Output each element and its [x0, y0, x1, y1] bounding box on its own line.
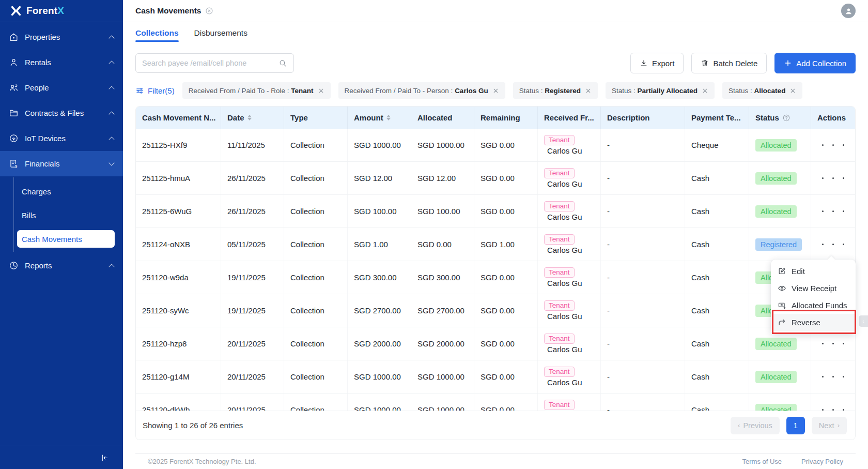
sort-icon[interactable]: [247, 115, 252, 120]
tab-close-icon[interactable]: [205, 7, 213, 15]
chip-close-icon[interactable]: [318, 87, 324, 94]
search-input[interactable]: [142, 59, 274, 67]
menu-item-reverse[interactable]: Reverse: [771, 314, 856, 331]
chip-close-icon[interactable]: [789, 87, 796, 94]
status-badge: Allocated: [755, 139, 797, 152]
cell-number: 251120-syWc: [136, 294, 221, 327]
role-tag: Tenant: [544, 400, 575, 410]
cell-allocated: SGD 100.00: [411, 195, 474, 228]
status-badge: Allocated: [755, 338, 797, 350]
export-button[interactable]: Export: [630, 53, 684, 73]
sidebar-collapse-icon[interactable]: [98, 451, 111, 464]
column-header-allocated: Allocated: [411, 107, 474, 129]
chip-close-icon[interactable]: [702, 87, 708, 94]
cell-remaining: SGD 0.00: [474, 327, 538, 360]
cell-amount: SGD 1000.00: [348, 394, 411, 411]
cell-actions: [811, 228, 855, 261]
filter-chip: Status : Partially Allocated: [606, 82, 715, 99]
sidebar-subitem-charges[interactable]: Charges: [0, 179, 123, 203]
sidebar-subitem-cash-movements[interactable]: Cash Movements: [17, 230, 115, 248]
next-page-button[interactable]: Next›: [812, 417, 847, 434]
sidebar-item-properties[interactable]: Properties: [0, 24, 123, 50]
sidebar-item-rentals[interactable]: Rentals: [0, 50, 123, 75]
row-actions-kebab-icon[interactable]: [817, 375, 849, 379]
column-header-date[interactable]: Date: [221, 107, 284, 129]
sidebar-item-financials[interactable]: $ Financials: [0, 151, 123, 176]
footer-link-terms-of-use[interactable]: Terms of Use: [742, 458, 782, 465]
search-icon[interactable]: [278, 59, 287, 68]
brand-logo[interactable]: ForentX: [0, 0, 123, 22]
menu-item-allocated-funds[interactable]: Allocated Funds: [771, 297, 856, 314]
cell-type: Collection: [284, 228, 348, 261]
user-avatar[interactable]: [841, 4, 856, 18]
cell-date: 26/11/2025: [221, 162, 284, 194]
sidebar-item-reports[interactable]: Reports: [0, 253, 123, 278]
row-actions-kebab-icon[interactable]: [817, 209, 849, 213]
cell-description: -: [601, 394, 685, 411]
financials-icon: $: [9, 159, 19, 169]
cell-type: Collection: [284, 327, 348, 360]
cell-amount: SGD 1000.00: [348, 129, 411, 161]
cell-payment-term: Cash: [685, 327, 749, 360]
cash-movements-table: Cash Movement N...DateTypeAmountAllocate…: [135, 106, 856, 440]
table-body: 251125-HXf911/11/2025CollectionSGD 1000.…: [136, 129, 855, 411]
row-actions-kebab-icon[interactable]: [817, 243, 849, 246]
menu-item-edit[interactable]: Edit: [771, 263, 856, 280]
cell-date: 26/11/2025: [221, 195, 284, 228]
cell-remaining: SGD 0.00: [474, 261, 538, 294]
role-tag: Tenant: [544, 234, 575, 245]
reports-icon: [9, 261, 19, 270]
menu-item-view-receipt[interactable]: View Receipt: [771, 280, 856, 297]
edge-handle[interactable]: ‹: [859, 315, 868, 327]
cell-number: 251125-hmuA: [136, 162, 221, 194]
filter-link[interactable]: Filter(5): [135, 86, 175, 95]
cell-payment-term: Cash: [685, 360, 749, 393]
chip-close-icon[interactable]: [585, 87, 592, 94]
eye-icon: [778, 284, 786, 293]
person-icon: [9, 57, 19, 67]
cell-date: 19/11/2025: [221, 294, 284, 327]
column-header-type: Type: [284, 107, 348, 129]
sort-icon[interactable]: [386, 115, 391, 120]
home-icon: [9, 32, 19, 42]
sidebar-item-iot-devices[interactable]: IoT Devices: [0, 126, 123, 151]
cell-received-from: TenantCarlos Gu: [538, 294, 601, 327]
cell-allocated: SGD 1000.00: [411, 360, 474, 393]
column-header-amount[interactable]: Amount: [348, 107, 411, 129]
role-tag: Tenant: [544, 367, 575, 377]
batch-delete-button[interactable]: Batch Delete: [691, 53, 767, 73]
cell-number: 251125-6WuG: [136, 195, 221, 228]
sidebar-item-people[interactable]: People: [0, 75, 123, 100]
row-actions-kebab-icon[interactable]: [817, 143, 849, 147]
help-icon[interactable]: [782, 114, 791, 122]
chip-close-icon[interactable]: [492, 87, 499, 94]
filter-chip: Received From / Paid To - Role : Tenant: [182, 82, 331, 99]
cell-received-from: TenantCarlos Gu: [538, 360, 601, 393]
page-tab-cash-movements[interactable]: Cash Movements: [135, 6, 213, 16]
person-name: Carlos Gu: [547, 378, 594, 387]
person-name: Carlos Gu: [547, 345, 594, 354]
row-actions-kebab-icon[interactable]: [817, 176, 849, 180]
footer-link-privacy-policy[interactable]: Privacy Policy: [801, 458, 843, 465]
page-1-button[interactable]: 1: [786, 417, 805, 434]
cell-remaining: SGD 0.00: [474, 195, 538, 228]
cell-status: Allocated: [749, 195, 811, 228]
table-row: 251120-g14M20/11/2025CollectionSGD 1000.…: [136, 360, 855, 394]
previous-page-button[interactable]: ‹Previous: [731, 417, 780, 434]
row-actions-kebab-icon[interactable]: [817, 408, 849, 411]
tab-collections[interactable]: Collections: [135, 28, 179, 42]
sidebar-subitem-bills[interactable]: Bills: [0, 203, 123, 227]
cell-type: Collection: [284, 294, 348, 327]
add-collection-button[interactable]: Add Collection: [774, 53, 856, 73]
column-header-received-fr: Received Fr...: [538, 107, 601, 129]
cell-date: 05/11/2025: [221, 228, 284, 261]
main-area: Cash Movements CollectionsDisbursements …: [123, 0, 868, 469]
column-header-payment-te: Payment Te...: [685, 107, 749, 129]
tab-disbursements[interactable]: Disbursements: [194, 28, 247, 42]
cell-allocated: SGD 0.00: [411, 228, 474, 261]
filter-chip: Status : Registered: [513, 82, 598, 99]
card-icon: [778, 301, 786, 310]
sidebar-item-contracts-files[interactable]: Contracts & Files: [0, 100, 123, 126]
row-actions-kebab-icon[interactable]: [817, 342, 849, 345]
cell-allocated: SGD 300.00: [411, 261, 474, 294]
